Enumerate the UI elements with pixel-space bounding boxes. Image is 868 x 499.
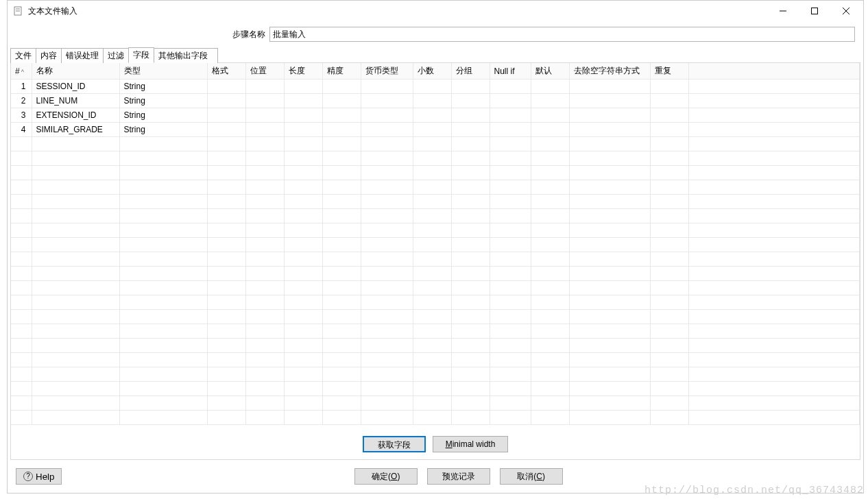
get-fields-button[interactable]: 获取字段 — [363, 436, 426, 452]
table-cell[interactable]: 1 — [11, 80, 32, 94]
table-cell[interactable] — [413, 108, 451, 123]
table-cell[interactable] — [569, 94, 650, 108]
table-cell[interactable] — [322, 80, 361, 94]
titlebar[interactable]: 文本文件输入 — [8, 1, 863, 21]
cancel-button[interactable]: 取消(C) — [500, 468, 563, 485]
table-cell[interactable] — [531, 80, 569, 94]
table-cell[interactable] — [413, 80, 451, 94]
table-cell[interactable]: String — [119, 108, 207, 123]
table-cell[interactable] — [569, 80, 650, 94]
tab-file[interactable]: 文件 — [10, 48, 36, 63]
table-cell[interactable] — [490, 80, 531, 94]
col-header-precision[interactable]: 精度 — [322, 63, 361, 80]
col-header-type[interactable]: 类型 — [119, 63, 207, 80]
table-row[interactable] — [11, 180, 860, 195]
col-header-repeat[interactable]: 重复 — [650, 63, 688, 80]
table-row[interactable] — [11, 151, 860, 166]
col-header-decimal[interactable]: 小数 — [413, 63, 451, 80]
col-header-name[interactable]: 名称 — [32, 63, 119, 80]
table-cell[interactable] — [531, 123, 569, 137]
table-row[interactable]: 2LINE_NUMString — [11, 94, 860, 108]
table-row[interactable] — [11, 310, 860, 324]
table-row[interactable] — [11, 281, 860, 295]
table-cell[interactable]: LINE_NUM — [32, 94, 119, 108]
table-cell[interactable] — [322, 108, 361, 123]
col-header-num[interactable]: #^ — [11, 63, 32, 80]
table-row[interactable] — [11, 223, 860, 238]
col-header-group[interactable]: 分组 — [451, 63, 490, 80]
table-cell[interactable]: 3 — [11, 108, 32, 123]
table-row[interactable] — [11, 396, 860, 411]
table-row[interactable] — [11, 252, 860, 267]
table-row[interactable] — [11, 367, 860, 382]
col-header-currency[interactable]: 货币类型 — [361, 63, 413, 80]
table-cell[interactable] — [688, 108, 860, 123]
table-cell[interactable] — [451, 94, 490, 108]
table-cell[interactable] — [688, 94, 860, 108]
step-name-input[interactable] — [269, 27, 855, 42]
table-cell[interactable] — [650, 123, 688, 137]
preview-button[interactable]: 预览记录 — [427, 468, 490, 485]
tab-content[interactable]: 内容 — [36, 48, 62, 63]
table-row[interactable]: 3EXTENSION_IDString — [11, 108, 860, 123]
table-cell[interactable] — [361, 80, 413, 94]
col-header-format[interactable]: 格式 — [207, 63, 245, 80]
table-row[interactable] — [11, 267, 860, 281]
table-cell[interactable] — [207, 94, 245, 108]
table-cell[interactable] — [284, 80, 322, 94]
table-cell[interactable]: String — [119, 123, 207, 137]
table-row[interactable] — [11, 195, 860, 209]
table-row[interactable] — [11, 382, 860, 396]
table-cell[interactable]: 4 — [11, 123, 32, 137]
col-header-trim[interactable]: 去除空字符串方式 — [569, 63, 650, 80]
minimize-button[interactable] — [767, 1, 799, 21]
table-cell[interactable] — [451, 80, 490, 94]
col-header-nullif[interactable]: Null if — [490, 63, 531, 80]
table-cell[interactable] — [569, 123, 650, 137]
tab-error[interactable]: 错误处理 — [61, 48, 104, 63]
col-header-length[interactable]: 长度 — [284, 63, 322, 80]
table-row[interactable] — [11, 137, 860, 151]
table-cell[interactable]: SESSION_ID — [32, 80, 119, 94]
tab-other-output[interactable]: 其他输出字段 — [154, 48, 218, 63]
table-cell[interactable] — [361, 123, 413, 137]
table-cell[interactable] — [322, 123, 361, 137]
help-button[interactable]: ? Help — [16, 468, 62, 485]
table-cell[interactable] — [245, 123, 284, 137]
table-cell[interactable] — [207, 123, 245, 137]
maximize-button[interactable] — [799, 1, 830, 21]
table-row[interactable] — [11, 411, 860, 425]
table-cell[interactable] — [650, 94, 688, 108]
table-cell[interactable] — [531, 108, 569, 123]
table-cell[interactable] — [531, 94, 569, 108]
table-cell[interactable] — [207, 108, 245, 123]
table-row[interactable] — [11, 324, 860, 339]
table-cell[interactable] — [245, 94, 284, 108]
table-cell[interactable] — [490, 108, 531, 123]
table-cell[interactable]: String — [119, 80, 207, 94]
table-cell[interactable] — [361, 108, 413, 123]
col-header-default[interactable]: 默认 — [531, 63, 569, 80]
table-cell[interactable] — [361, 94, 413, 108]
table-row[interactable] — [11, 295, 860, 310]
tab-fields[interactable]: 字段 — [128, 47, 154, 63]
fields-table-wrap[interactable]: #^ 名称 类型 格式 位置 长度 精度 货币类型 小数 分组 Null if … — [11, 63, 860, 429]
table-row[interactable] — [11, 353, 860, 367]
table-cell[interactable] — [490, 94, 531, 108]
table-row[interactable] — [11, 166, 860, 180]
table-row[interactable] — [11, 339, 860, 353]
table-cell[interactable] — [688, 123, 860, 137]
table-cell[interactable] — [413, 94, 451, 108]
table-row[interactable]: 1SESSION_IDString — [11, 80, 860, 94]
table-cell[interactable] — [451, 123, 490, 137]
table-cell[interactable] — [490, 123, 531, 137]
table-cell[interactable] — [413, 123, 451, 137]
table-cell[interactable] — [451, 108, 490, 123]
minimal-width-button[interactable]: Minimal width — [433, 436, 509, 452]
table-cell[interactable] — [569, 108, 650, 123]
table-cell[interactable]: 2 — [11, 94, 32, 108]
table-cell[interactable] — [688, 80, 860, 94]
table-cell[interactable] — [245, 108, 284, 123]
table-row[interactable] — [11, 238, 860, 252]
table-cell[interactable] — [245, 80, 284, 94]
